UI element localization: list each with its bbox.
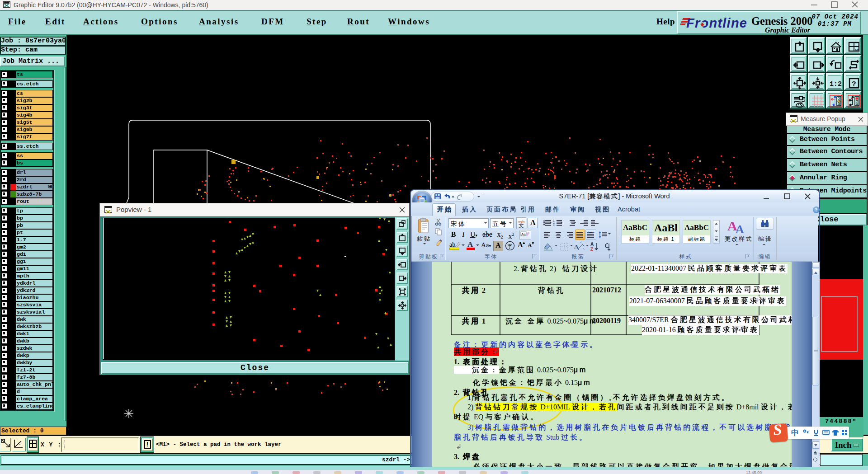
svg-text:xy: xy bbox=[855, 48, 859, 52]
svg-text:1:2: 1:2 bbox=[830, 80, 842, 88]
svg-text:°: ° bbox=[19, 443, 21, 447]
svg-text:2: 2 bbox=[553, 223, 555, 226]
svg-text:A: A bbox=[736, 223, 744, 234]
svg-text:1: 1 bbox=[553, 219, 555, 222]
svg-text:文: 文 bbox=[519, 222, 525, 229]
svg-text:A: A bbox=[574, 243, 579, 250]
svg-text:Z: Z bbox=[590, 247, 593, 252]
svg-text:A: A bbox=[590, 242, 594, 247]
svg-text:字: 字 bbox=[507, 244, 513, 249]
svg-text:?: ? bbox=[852, 80, 856, 89]
svg-text:Aa: Aa bbox=[521, 232, 526, 236]
